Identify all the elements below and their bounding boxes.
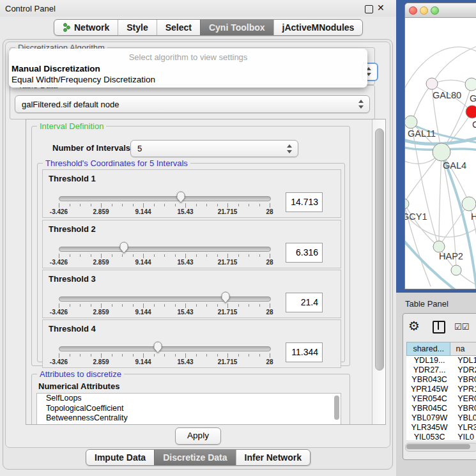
tick-mark [154, 304, 155, 307]
tab-select[interactable]: Select [157, 20, 200, 35]
table-cell[interactable]: YPR145W [406, 385, 452, 394]
tick-mark [217, 304, 218, 307]
tick-mark [91, 254, 91, 257]
attribute-list-item[interactable]: SelfLoops [37, 394, 341, 404]
table-cell[interactable]: YBR043C [406, 375, 452, 385]
tick-mark [175, 254, 176, 257]
tick-mark [112, 204, 112, 206]
threshold-label: Threshold 2 [49, 224, 96, 234]
tab-select-label: Select [165, 22, 192, 33]
list-scrollbar[interactable] [334, 395, 339, 420]
table-row[interactable]: YIL053CYIL0 [406, 433, 476, 440]
slider-thumb[interactable] [176, 191, 185, 203]
tab-cyni-toolbox[interactable]: Cyni Toolbox [200, 20, 273, 35]
tab-impute-data[interactable]: Impute Data [86, 450, 154, 465]
network-canvas[interactable]: GAL80GACGAL11GAL4GCY1HHAP2 [405, 18, 476, 289]
columns-icon[interactable] [433, 321, 445, 334]
table-cell[interactable]: YDL19... [406, 356, 452, 365]
table-horizontal-scrollbar[interactable] [405, 443, 476, 452]
table-cell[interactable]: YDR2 [452, 365, 476, 375]
network-node[interactable] [462, 197, 476, 211]
table-row[interactable]: YBR043CYBR0 [406, 375, 476, 385]
network-node[interactable] [451, 265, 461, 275]
threshold-value-field[interactable]: 11.344 [286, 342, 323, 362]
slider-track[interactable] [59, 247, 271, 252]
tick-mark [164, 254, 165, 257]
network-node[interactable] [426, 78, 438, 89]
slider-ticks [59, 303, 270, 309]
table-cell[interactable]: YBL079W [406, 413, 452, 423]
slider-thumb[interactable] [153, 341, 162, 353]
close-traffic-light[interactable] [409, 6, 417, 15]
slider-track[interactable] [59, 196, 271, 201]
numerical-attributes-label: Numerical Attributes [38, 381, 119, 391]
tick-mark [206, 304, 207, 307]
minimize-traffic-light[interactable] [420, 6, 428, 15]
dropdown-item-equal-width-frequency[interactable]: Equal Width/Frequency Discretization [12, 75, 155, 84]
threshold-value-field[interactable]: 21.4 [286, 293, 323, 312]
tick-mark [59, 203, 59, 208]
table-cell[interactable]: YER0 [452, 394, 476, 404]
attribute-list-item[interactable]: TopologicalCoefficient [37, 404, 341, 414]
table-cell[interactable]: YIL0 [452, 433, 476, 440]
tab-jactivemnodules[interactable]: jActiveMNodules [273, 20, 363, 35]
table-row[interactable]: YLR345WYLR3 [406, 423, 476, 433]
top-tab-bar: Network Style Select Cyni Toolbox jActiv… [54, 19, 363, 36]
table-cell[interactable]: YBL0 [452, 413, 476, 423]
table-cell[interactable]: YLR3 [452, 423, 476, 433]
numerical-attributes-list[interactable]: SelfLoopsTopologicalCoefficientBetweenne… [36, 393, 341, 425]
table-row[interactable]: YPR145WYPR1 [406, 385, 476, 394]
tab-style[interactable]: Style [118, 20, 156, 35]
scrollbar-thumb[interactable] [406, 444, 470, 449]
tab-infer-network[interactable]: Infer Network [236, 450, 310, 465]
slider-tick-labels: -3.4262.8599.14415.4321.71528 [59, 259, 270, 266]
threshold-value-field[interactable]: 14.713 [286, 192, 323, 212]
attribute-list-item[interactable]: BetweennessCentrality [37, 413, 341, 424]
table-cell[interactable]: YBR0 [452, 404, 476, 413]
slider-thumb[interactable] [119, 242, 128, 254]
close-icon[interactable]: ✕ [377, 3, 385, 13]
network-edge [405, 152, 441, 203]
table-cell[interactable]: YER054C [406, 394, 452, 404]
slider-tick-label: -3.426 [50, 358, 68, 365]
slider-track[interactable] [59, 346, 271, 351]
network-node[interactable] [405, 116, 417, 128]
table-data-combobox[interactable]: galFiltered.sif default node [15, 95, 370, 113]
tab-network[interactable]: Network [54, 20, 118, 35]
slider-track[interactable] [59, 296, 271, 302]
network-node[interactable] [405, 199, 409, 209]
network-window-titlebar[interactable] [405, 3, 476, 18]
table-cell[interactable]: YLR345W [406, 423, 452, 433]
tab-discretize-data[interactable]: Discretize Data [154, 450, 235, 465]
settings-scrollbar[interactable] [372, 119, 385, 424]
tick-mark [270, 353, 270, 358]
table-row[interactable]: YDR27...YDR2 [406, 365, 476, 375]
slider-thumb[interactable] [221, 291, 230, 303]
gear-icon[interactable]: ⚙ [408, 318, 420, 334]
table-cell[interactable]: YBR0 [452, 375, 476, 385]
table-cell[interactable]: YDL1 [452, 356, 476, 365]
apply-button[interactable]: Apply [175, 427, 221, 445]
network-node[interactable] [433, 143, 450, 161]
table-row[interactable]: YBR045CYBR0 [406, 404, 476, 413]
settings-scrollpane: Interval Definition Number of Intervals … [26, 119, 386, 425]
table-cell[interactable]: YIL053C [406, 433, 452, 440]
scrollbar-thumb[interactable] [375, 128, 384, 371]
table-row[interactable]: YBL079WYBL0 [406, 413, 476, 423]
threshold-value-field[interactable]: 6.316 [286, 243, 323, 263]
network-node[interactable] [466, 105, 476, 118]
table-row[interactable]: YER054CYER0 [406, 394, 476, 404]
column-header-shared-name[interactable]: shared... [406, 342, 450, 356]
table-cell[interactable]: YBR045C [406, 404, 452, 413]
zoom-traffic-light[interactable] [431, 6, 439, 15]
float-window-icon[interactable] [365, 5, 373, 13]
table-cell[interactable]: YDR27... [406, 365, 452, 375]
dropdown-item-manual-discretization[interactable]: Manual Discretization [12, 64, 100, 73]
table-row[interactable]: YDL19...YDL1 [406, 356, 476, 365]
network-node[interactable] [465, 78, 476, 91]
checkboxes-icon[interactable]: ☑☑ [454, 322, 469, 332]
dropdown-placeholder: Select algorithm to view settings [9, 52, 367, 62]
number-of-intervals-combobox[interactable]: 5 [130, 140, 298, 157]
column-header-name[interactable]: na [450, 342, 476, 356]
table-cell[interactable]: YPR1 [452, 385, 476, 394]
